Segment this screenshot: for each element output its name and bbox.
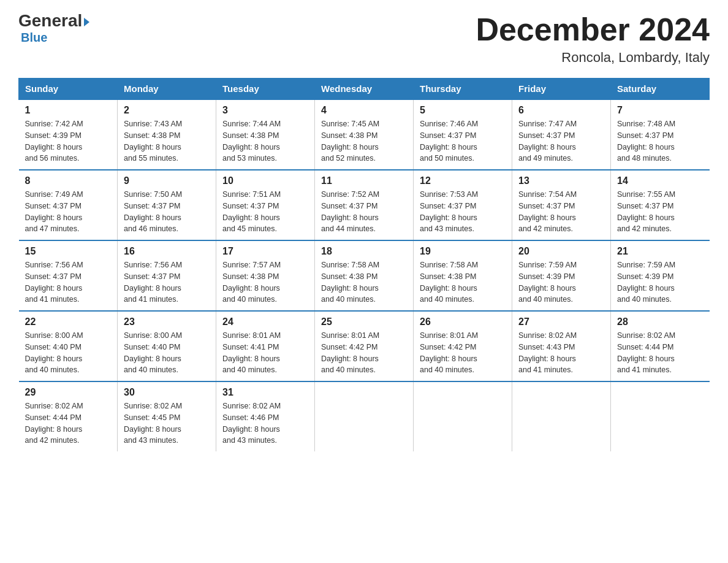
calendar-cell: 4Sunrise: 7:45 AMSunset: 4:38 PMDaylight…	[315, 99, 414, 170]
day-number: 26	[420, 316, 506, 327]
page-title: December 2024	[476, 12, 710, 47]
calendar-cell: 30Sunrise: 8:02 AMSunset: 4:45 PMDayligh…	[118, 381, 216, 451]
calendar-cell: 10Sunrise: 7:51 AMSunset: 4:37 PMDayligh…	[216, 170, 315, 240]
calendar-cell: 13Sunrise: 7:54 AMSunset: 4:37 PMDayligh…	[512, 170, 611, 240]
calendar-cell: 31Sunrise: 8:02 AMSunset: 4:46 PMDayligh…	[216, 381, 315, 451]
logo: General Blue	[18, 12, 89, 45]
calendar-cell: 16Sunrise: 7:56 AMSunset: 4:37 PMDayligh…	[118, 240, 216, 311]
calendar-cell: 21Sunrise: 7:59 AMSunset: 4:39 PMDayligh…	[611, 240, 710, 311]
calendar-cell: 26Sunrise: 8:01 AMSunset: 4:42 PMDayligh…	[414, 311, 512, 381]
calendar-header-thursday: Thursday	[414, 79, 512, 100]
calendar-header-saturday: Saturday	[611, 79, 710, 100]
day-number: 1	[25, 105, 112, 116]
calendar-cell: 17Sunrise: 7:57 AMSunset: 4:38 PMDayligh…	[216, 240, 315, 311]
calendar-header-tuesday: Tuesday	[216, 79, 315, 100]
day-number: 10	[222, 175, 308, 186]
day-info: Sunrise: 7:55 AMSunset: 4:37 PMDaylight:…	[617, 189, 703, 235]
day-info: Sunrise: 8:02 AMSunset: 4:44 PMDaylight:…	[25, 400, 112, 446]
calendar-cell: 24Sunrise: 8:01 AMSunset: 4:41 PMDayligh…	[216, 311, 315, 381]
day-info: Sunrise: 7:59 AMSunset: 4:39 PMDaylight:…	[518, 259, 604, 305]
calendar-cell: 19Sunrise: 7:58 AMSunset: 4:38 PMDayligh…	[414, 240, 512, 311]
calendar-cell: 2Sunrise: 7:43 AMSunset: 4:38 PMDaylight…	[118, 99, 216, 170]
calendar-cell	[315, 381, 414, 451]
day-info: Sunrise: 7:50 AMSunset: 4:37 PMDaylight:…	[124, 189, 210, 235]
calendar-cell: 8Sunrise: 7:49 AMSunset: 4:37 PMDaylight…	[19, 170, 118, 240]
calendar-header-friday: Friday	[512, 79, 611, 100]
day-info: Sunrise: 7:52 AMSunset: 4:37 PMDaylight:…	[321, 189, 407, 235]
day-info: Sunrise: 7:51 AMSunset: 4:37 PMDaylight:…	[222, 189, 308, 235]
logo-general: General	[18, 12, 89, 29]
calendar-cell	[512, 381, 611, 451]
day-number: 14	[617, 175, 703, 186]
day-info: Sunrise: 7:54 AMSunset: 4:37 PMDaylight:…	[518, 189, 604, 235]
day-info: Sunrise: 8:02 AMSunset: 4:45 PMDaylight:…	[124, 400, 210, 446]
day-number: 20	[518, 246, 604, 257]
calendar-header-monday: Monday	[118, 79, 216, 100]
day-number: 27	[518, 316, 604, 327]
logo-blue: Blue	[21, 31, 47, 45]
calendar-cell: 15Sunrise: 7:56 AMSunset: 4:37 PMDayligh…	[19, 240, 118, 311]
calendar-cell: 3Sunrise: 7:44 AMSunset: 4:38 PMDaylight…	[216, 99, 315, 170]
day-number: 23	[124, 316, 210, 327]
day-info: Sunrise: 8:01 AMSunset: 4:42 PMDaylight:…	[321, 330, 407, 376]
day-info: Sunrise: 7:47 AMSunset: 4:37 PMDaylight:…	[518, 118, 604, 164]
day-number: 9	[124, 175, 210, 186]
calendar-cell: 23Sunrise: 8:00 AMSunset: 4:40 PMDayligh…	[118, 311, 216, 381]
calendar-cell: 5Sunrise: 7:46 AMSunset: 4:37 PMDaylight…	[414, 99, 512, 170]
calendar-cell: 9Sunrise: 7:50 AMSunset: 4:37 PMDaylight…	[118, 170, 216, 240]
calendar-week-row: 29Sunrise: 8:02 AMSunset: 4:44 PMDayligh…	[19, 381, 710, 451]
day-info: Sunrise: 7:42 AMSunset: 4:39 PMDaylight:…	[25, 118, 112, 164]
day-info: Sunrise: 7:53 AMSunset: 4:37 PMDaylight:…	[420, 189, 506, 235]
day-number: 7	[617, 105, 703, 116]
day-info: Sunrise: 8:01 AMSunset: 4:41 PMDaylight:…	[222, 330, 308, 376]
day-info: Sunrise: 7:58 AMSunset: 4:38 PMDaylight:…	[321, 259, 407, 305]
day-info: Sunrise: 8:01 AMSunset: 4:42 PMDaylight:…	[420, 330, 506, 376]
calendar-cell: 14Sunrise: 7:55 AMSunset: 4:37 PMDayligh…	[611, 170, 710, 240]
calendar-cell: 18Sunrise: 7:58 AMSunset: 4:38 PMDayligh…	[315, 240, 414, 311]
calendar-cell: 11Sunrise: 7:52 AMSunset: 4:37 PMDayligh…	[315, 170, 414, 240]
page-subtitle: Roncola, Lombardy, Italy	[476, 50, 710, 66]
calendar-cell: 12Sunrise: 7:53 AMSunset: 4:37 PMDayligh…	[414, 170, 512, 240]
calendar-week-row: 8Sunrise: 7:49 AMSunset: 4:37 PMDaylight…	[19, 170, 710, 240]
calendar-header-row: SundayMondayTuesdayWednesdayThursdayFrid…	[19, 79, 710, 100]
calendar-table: SundayMondayTuesdayWednesdayThursdayFrid…	[18, 78, 710, 451]
day-info: Sunrise: 7:58 AMSunset: 4:38 PMDaylight:…	[420, 259, 506, 305]
day-number: 4	[321, 105, 407, 116]
day-info: Sunrise: 8:02 AMSunset: 4:46 PMDaylight:…	[222, 400, 308, 446]
title-block: December 2024 Roncola, Lombardy, Italy	[476, 12, 710, 66]
day-info: Sunrise: 7:49 AMSunset: 4:37 PMDaylight:…	[25, 189, 112, 235]
day-info: Sunrise: 7:45 AMSunset: 4:38 PMDaylight:…	[321, 118, 407, 164]
day-number: 18	[321, 246, 407, 257]
day-number: 21	[617, 246, 703, 257]
calendar-header-sunday: Sunday	[19, 79, 118, 100]
day-info: Sunrise: 8:00 AMSunset: 4:40 PMDaylight:…	[25, 330, 112, 376]
day-number: 3	[222, 105, 308, 116]
day-number: 15	[25, 246, 112, 257]
day-number: 16	[124, 246, 210, 257]
day-info: Sunrise: 7:48 AMSunset: 4:37 PMDaylight:…	[617, 118, 703, 164]
calendar-cell: 25Sunrise: 8:01 AMSunset: 4:42 PMDayligh…	[315, 311, 414, 381]
calendar-cell: 22Sunrise: 8:00 AMSunset: 4:40 PMDayligh…	[19, 311, 118, 381]
day-number: 5	[420, 105, 506, 116]
day-info: Sunrise: 7:57 AMSunset: 4:38 PMDaylight:…	[222, 259, 308, 305]
calendar-cell	[414, 381, 512, 451]
calendar-cell: 1Sunrise: 7:42 AMSunset: 4:39 PMDaylight…	[19, 99, 118, 170]
day-number: 12	[420, 175, 506, 186]
calendar-cell: 29Sunrise: 8:02 AMSunset: 4:44 PMDayligh…	[19, 381, 118, 451]
day-number: 24	[222, 316, 308, 327]
calendar-week-row: 22Sunrise: 8:00 AMSunset: 4:40 PMDayligh…	[19, 311, 710, 381]
day-info: Sunrise: 7:59 AMSunset: 4:39 PMDaylight:…	[617, 259, 703, 305]
calendar-cell: 20Sunrise: 7:59 AMSunset: 4:39 PMDayligh…	[512, 240, 611, 311]
calendar-week-row: 1Sunrise: 7:42 AMSunset: 4:39 PMDaylight…	[19, 99, 710, 170]
calendar-cell: 28Sunrise: 8:02 AMSunset: 4:44 PMDayligh…	[611, 311, 710, 381]
day-number: 2	[124, 105, 210, 116]
calendar-week-row: 15Sunrise: 7:56 AMSunset: 4:37 PMDayligh…	[19, 240, 710, 311]
day-number: 25	[321, 316, 407, 327]
day-number: 30	[124, 387, 210, 398]
day-number: 6	[518, 105, 604, 116]
day-info: Sunrise: 7:56 AMSunset: 4:37 PMDaylight:…	[25, 259, 112, 305]
day-info: Sunrise: 8:00 AMSunset: 4:40 PMDaylight:…	[124, 330, 210, 376]
day-number: 8	[25, 175, 112, 186]
day-number: 17	[222, 246, 308, 257]
day-number: 19	[420, 246, 506, 257]
